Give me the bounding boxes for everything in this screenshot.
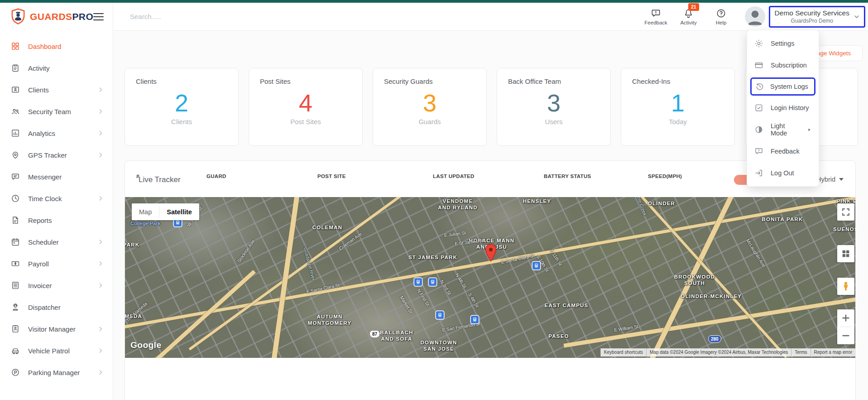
- map-type-dropdown[interactable]: Hybrid: [816, 176, 844, 183]
- map-area-label: OLINDER: [648, 201, 675, 206]
- sidebar-item-parking-manager[interactable]: Parking Manager: [0, 361, 113, 383]
- feedback-icon: [651, 8, 661, 19]
- menu-item-login-history[interactable]: Login History: [747, 97, 819, 119]
- map-area-label: VENDOME: [443, 198, 473, 204]
- menu-item-settings[interactable]: Settings: [747, 33, 819, 54]
- map-area-label: AUTUMN: [317, 314, 342, 319]
- parking-icon: [11, 368, 20, 377]
- clipboard-icon: [11, 63, 20, 72]
- zoom-out-button[interactable]: [837, 327, 854, 344]
- account-menu-trigger[interactable]: Demo Security Services GuardsPro Demo: [769, 6, 865, 28]
- menu-item-label: Feedback: [771, 148, 800, 155]
- satellite-view-button[interactable]: Satellite: [159, 203, 199, 220]
- map-area-label: AND RYLAND: [438, 205, 478, 210]
- activity-button[interactable]: 21 Activity: [672, 8, 705, 25]
- zoom-in-button[interactable]: [837, 309, 854, 327]
- search-input[interactable]: [129, 12, 283, 21]
- chevron-right-icon: [97, 369, 104, 376]
- sidebar-item-messenger[interactable]: Messenger: [0, 166, 113, 188]
- sidebar-item-label: Payroll: [28, 260, 49, 268]
- map-view-button[interactable]: Map: [132, 203, 159, 220]
- guard-location-pin-icon[interactable]: [484, 244, 497, 262]
- transit-station-marker[interactable]: [471, 316, 479, 323]
- tiles-icon: [841, 249, 851, 259]
- sidebar-item-dispatcher[interactable]: Dispatcher: [0, 296, 113, 318]
- terms-link[interactable]: Terms: [791, 348, 810, 357]
- keyboard-shortcuts-link[interactable]: Keyboard shortcuts: [600, 348, 646, 357]
- sidebar-item-time-clock[interactable]: Time Clock: [0, 188, 113, 209]
- minus-icon: [841, 331, 851, 341]
- chevron-down-icon: [853, 13, 860, 20]
- card-title: Back Office Team: [508, 77, 599, 85]
- sidebar-item-invoicer[interactable]: Invoicer: [0, 275, 113, 296]
- sidebar: GUARDSPRO Dashboard Activity Clients Sec…: [0, 3, 113, 400]
- zoom-control: [837, 309, 854, 344]
- fullscreen-button[interactable]: [837, 203, 854, 221]
- map-tiles-button[interactable]: [837, 245, 854, 262]
- map-road: [189, 197, 410, 351]
- card-value: 3: [508, 89, 599, 117]
- map-canvas[interactable]: VENDOME AND RYLAND HENSLEY OLINDER PINK …: [125, 197, 855, 358]
- help-icon: [716, 8, 726, 19]
- sidebar-item-activity[interactable]: Activity: [0, 57, 113, 79]
- app-window: GUARDSPRO Dashboard Activity Clients Sec…: [0, 0, 868, 400]
- help-button[interactable]: Help: [705, 8, 738, 25]
- sidebar-item-security-team[interactable]: Security Team: [0, 101, 113, 122]
- plus-icon: [841, 313, 851, 323]
- map-street-label: N First St: [416, 288, 430, 307]
- map-area-label: AND SOFA: [381, 336, 412, 342]
- menu-item-light-mode[interactable]: Light Mode: [747, 119, 819, 140]
- sidebar-item-gps-tracker[interactable]: GPS Tracker: [0, 144, 113, 166]
- sidebar-item-vehicle-patrol[interactable]: Vehicle Patrol: [0, 340, 113, 361]
- sidebar-item-label: Clients: [28, 86, 49, 94]
- map-street-label: The Alameda: [125, 301, 148, 323]
- transit-station-marker[interactable]: [414, 278, 422, 286]
- feedback-button[interactable]: Feedback: [640, 8, 672, 25]
- stat-card-checked-ins: Checked-Ins 1 Today: [621, 68, 735, 146]
- card-value: 3: [384, 89, 475, 117]
- report-map-error-link[interactable]: Report a map error: [810, 348, 855, 357]
- transit-station-marker[interactable]: [436, 311, 444, 319]
- map-street-label: N 4th St: [455, 272, 467, 289]
- menu-item-system-logs[interactable]: System Logs: [750, 77, 815, 96]
- sidebar-item-label: Dashboard: [28, 43, 61, 50]
- train-icon: [533, 263, 539, 269]
- sidebar-item-scheduler[interactable]: Scheduler: [0, 231, 113, 253]
- sidebar-item-visitor-manager[interactable]: Visitor Manager: [0, 318, 113, 340]
- map-street-label: Stockton Ave: [236, 239, 255, 264]
- sidebar-item-clients[interactable]: Clients: [0, 79, 113, 101]
- menu-item-feedback[interactable]: Feedback: [747, 140, 819, 162]
- card-title: Clients: [136, 77, 227, 85]
- visitor-badge-icon: [11, 324, 20, 333]
- map-data-credit: Map data ©2024 Google Imagery ©2024 Airb…: [646, 348, 791, 357]
- map-area-label: SUENOS: [833, 227, 855, 232]
- map-street-label: E William St: [614, 324, 638, 332]
- transit-station-marker[interactable]: [532, 262, 540, 270]
- stat-card-security-guards: Security Guards 3 Guards: [373, 68, 487, 146]
- brand-logo[interactable]: GUARDSPRO: [10, 8, 93, 25]
- menu-item-subscription[interactable]: Subscription: [747, 54, 819, 76]
- clock-icon: [11, 194, 20, 203]
- google-logo: Google: [130, 340, 161, 350]
- sidebar-item-analytics[interactable]: Analytics: [0, 122, 113, 144]
- sidebar-item-payroll[interactable]: Payroll: [0, 253, 113, 275]
- avatar[interactable]: [745, 6, 765, 27]
- sidebar-item-reports[interactable]: Reports: [0, 209, 113, 231]
- sidebar-item-dashboard[interactable]: Dashboard: [0, 35, 113, 57]
- transit-station-marker[interactable]: [429, 278, 436, 286]
- help-label: Help: [716, 20, 727, 25]
- chevron-right-icon: [97, 347, 104, 354]
- sidebar-item-label: Vehicle Patrol: [28, 347, 70, 355]
- map-road: [269, 197, 301, 358]
- col-header-last-updated: LAST UPDATED: [433, 173, 544, 179]
- card-value: 2: [136, 89, 227, 117]
- map-street-label: Market St: [399, 295, 413, 314]
- check-square-icon: [754, 103, 763, 112]
- pegman-control[interactable]: [837, 278, 854, 295]
- car-icon: [11, 346, 20, 355]
- menu-item-log-out[interactable]: Log Out: [747, 162, 819, 184]
- map-area-label: ST JAMES PARK: [408, 255, 457, 260]
- col-header-guard: GUARD: [206, 173, 317, 179]
- card-sublabel: Today: [632, 118, 724, 125]
- sidebar-toggle-hamburger-icon[interactable]: [93, 11, 104, 22]
